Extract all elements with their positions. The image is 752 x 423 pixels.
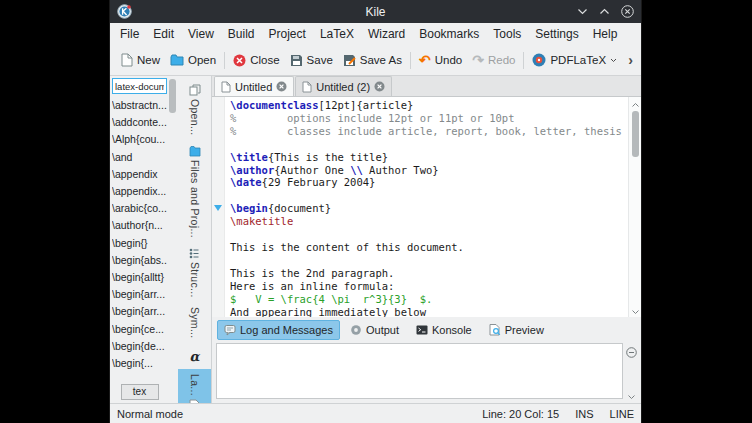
fold-marker-icon[interactable] bbox=[214, 205, 222, 211]
sidebar-tab-struc[interactable]: Struc... bbox=[178, 243, 211, 303]
scrollbar-thumb[interactable] bbox=[632, 111, 639, 157]
tooltab-output[interactable]: Output bbox=[343, 320, 406, 340]
command-list-item[interactable]: \begin{alltt} bbox=[112, 269, 167, 286]
menu-view[interactable]: View bbox=[181, 25, 221, 43]
save-button[interactable]: Save bbox=[285, 50, 338, 71]
menu-tools[interactable]: Tools bbox=[486, 25, 528, 43]
code-line[interactable] bbox=[230, 228, 628, 241]
command-list-item[interactable]: \abstractn... bbox=[112, 97, 167, 114]
sidebar-tab-sym[interactable]: Sym... bbox=[178, 302, 211, 344]
close-button[interactable]: Close bbox=[228, 50, 284, 71]
code-line[interactable]: This is the 2nd paragraph. bbox=[230, 267, 628, 280]
code-token: This is the content of this document. bbox=[230, 241, 464, 253]
tab-close-icon[interactable] bbox=[374, 81, 385, 92]
titlebar[interactable]: Kile bbox=[110, 0, 641, 23]
maximize-button[interactable] bbox=[599, 8, 610, 15]
tab-close-icon[interactable] bbox=[276, 81, 287, 92]
undo-button[interactable]: ↶Undo bbox=[414, 50, 467, 70]
menu-file[interactable]: File bbox=[113, 25, 146, 43]
tooltab-preview[interactable]: Preview bbox=[482, 320, 551, 340]
command-list-item[interactable]: \arabic{co... bbox=[112, 200, 167, 217]
toolbar: NewOpenCloseSaveSave As↶Undo↷RedoPDFLaTe… bbox=[110, 45, 641, 76]
editor-scrollbar[interactable] bbox=[628, 97, 641, 317]
code-line[interactable]: This is the content of this document. bbox=[230, 241, 628, 254]
command-list-item[interactable]: \addconte... bbox=[112, 114, 167, 131]
command-list-item[interactable]: \appendix... bbox=[112, 183, 167, 200]
redo-button[interactable]: ↷Redo bbox=[467, 50, 520, 70]
editor-tab-untitled-2[interactable]: Untitled (2) bbox=[295, 76, 392, 96]
new-button[interactable]: New bbox=[115, 49, 165, 71]
menu-help[interactable]: Help bbox=[586, 25, 625, 43]
status-eol-mode[interactable]: LINE bbox=[610, 408, 634, 420]
code-line[interactable]: \date{29 February 2004} bbox=[230, 176, 628, 189]
code-token: And appearing immediately below bbox=[230, 306, 426, 318]
open-button[interactable]: Open bbox=[165, 50, 221, 70]
konsole-icon bbox=[416, 324, 428, 336]
scrollbar-thumb[interactable] bbox=[169, 79, 176, 113]
editor-code[interactable]: \documentclass[12pt]{article}% options i… bbox=[225, 97, 628, 317]
sidebar-tab-label: Struc... bbox=[189, 262, 201, 298]
code-line[interactable]: % classes include article, report, book,… bbox=[230, 125, 628, 138]
command-filter-input[interactable] bbox=[112, 78, 167, 94]
sidebar-tab-open[interactable]: Open... bbox=[178, 79, 211, 141]
scroll-down-icon[interactable] bbox=[632, 307, 639, 314]
status-insert-mode[interactable]: INS bbox=[575, 408, 593, 420]
menu-wizard[interactable]: Wizard bbox=[361, 25, 412, 43]
status-cursor-position[interactable]: Line: 20 Col: 15 bbox=[482, 408, 559, 420]
code-line[interactable]: $ V = \frac{4 \pi r^3}{3} $. bbox=[230, 293, 628, 306]
redo-icon: ↷ bbox=[472, 54, 484, 66]
menu-build[interactable]: Build bbox=[221, 25, 262, 43]
command-list: \abstractn...\addconte...\Alph{cou...\an… bbox=[112, 94, 167, 383]
minimize-button[interactable] bbox=[577, 8, 588, 15]
code-token: \title bbox=[230, 151, 268, 163]
editor-icon-border[interactable] bbox=[212, 97, 225, 317]
toolbar-separator bbox=[523, 52, 524, 69]
command-list-item[interactable]: \begin{arr... bbox=[112, 286, 167, 303]
code-line[interactable]: \maketitle bbox=[230, 215, 628, 228]
tab-page-icon bbox=[302, 81, 312, 93]
code-line[interactable]: \documentclass[12pt]{article} bbox=[230, 99, 628, 112]
panel-scroll-down-icon[interactable] bbox=[628, 392, 635, 399]
code-line[interactable] bbox=[230, 138, 628, 151]
code-line[interactable] bbox=[230, 254, 628, 267]
command-list-item[interactable]: \begin{} bbox=[112, 235, 167, 252]
code-line[interactable]: \title{This is the title} bbox=[230, 151, 628, 164]
command-list-item[interactable]: \Alph{cou... bbox=[112, 131, 167, 148]
close-window-button[interactable] bbox=[621, 5, 634, 18]
tex-category-tab[interactable]: tex bbox=[121, 384, 159, 400]
command-list-item[interactable]: \and bbox=[112, 149, 167, 166]
command-list-item[interactable]: \begin{arr... bbox=[112, 303, 167, 320]
code-line[interactable] bbox=[230, 189, 628, 202]
editor-tabbar: UntitledUntitled (2) bbox=[212, 76, 641, 97]
toolbar-separator bbox=[410, 52, 411, 69]
code-line[interactable]: \begin{document} bbox=[230, 202, 628, 215]
menu-project[interactable]: Project bbox=[262, 25, 313, 43]
code-line[interactable]: % options include 12pt or 11pt or 10pt bbox=[230, 112, 628, 125]
command-list-item[interactable]: \author{n... bbox=[112, 217, 167, 234]
command-list-scrollbar[interactable] bbox=[167, 76, 178, 403]
menu-edit[interactable]: Edit bbox=[146, 25, 181, 43]
code-line[interactable]: Here is an inline formula: bbox=[230, 280, 628, 293]
command-list-item[interactable]: \begin{de... bbox=[112, 338, 167, 355]
scroll-up-icon[interactable] bbox=[632, 100, 639, 107]
menu-settings[interactable]: Settings bbox=[528, 25, 585, 43]
command-list-item[interactable]: \begin{... bbox=[112, 355, 167, 372]
sidebar-tab-files-and-proj[interactable]: Files and Proj... bbox=[178, 141, 211, 243]
command-list-item[interactable]: \appendix bbox=[112, 166, 167, 183]
command-list-item[interactable]: \begin{abs... bbox=[112, 252, 167, 269]
code-line[interactable]: \author{Author One \\ Author Two} bbox=[230, 164, 628, 177]
toolbar-button-label: Save bbox=[307, 54, 333, 66]
pdflatex-button[interactable]: PDFLaTeX bbox=[527, 49, 622, 71]
menu-bookmarks[interactable]: Bookmarks bbox=[412, 25, 486, 43]
editor-tab-untitled[interactable]: Untitled bbox=[214, 76, 294, 96]
command-list-item[interactable]: \begin{ce... bbox=[112, 321, 167, 338]
tooltab-log-and-messages[interactable]: Log and Messages bbox=[217, 320, 340, 340]
tooltab-label: Log and Messages bbox=[240, 324, 333, 336]
collapse-panel-button[interactable] bbox=[626, 344, 637, 362]
toolbar-overflow-button[interactable]: › bbox=[625, 52, 636, 68]
code-line[interactable]: And appearing immediately below bbox=[230, 306, 628, 318]
menu-latex[interactable]: LaTeX bbox=[313, 25, 361, 43]
save-as-button[interactable]: Save As bbox=[338, 50, 407, 71]
sidebar-tab-alpha[interactable]: α bbox=[178, 344, 211, 369]
tooltab-konsole[interactable]: Konsole bbox=[409, 320, 479, 340]
